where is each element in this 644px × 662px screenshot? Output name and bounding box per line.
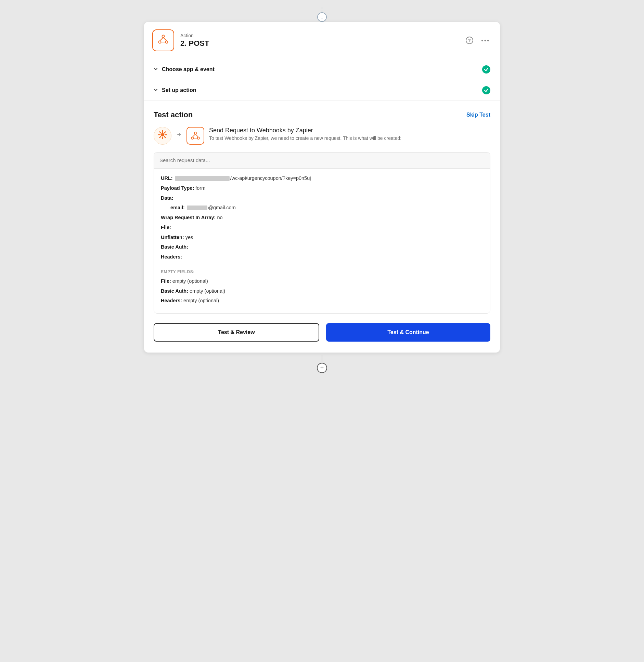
request-data-body: URL: /wc-api/urgencycoupon/?key=p0n5uj P… <box>154 169 490 313</box>
svg-point-22 <box>197 137 199 139</box>
wrap-array-label: Wrap Request In Array: <box>161 215 216 220</box>
setup-action-label: Set up action <box>162 87 478 93</box>
unflatten-label: Unflatten: <box>161 235 184 240</box>
flow-title: Send Request to Webhooks by Zapier <box>209 127 490 134</box>
data-label: Data: <box>161 195 173 201</box>
headers-empty-field: Headers: empty (optional) <box>161 297 483 305</box>
unflatten-value: yes <box>185 235 193 240</box>
flow-subtitle: To test Webhooks by Zapier, we need to c… <box>209 135 490 141</box>
svg-line-16 <box>160 132 161 133</box>
skip-test-link[interactable]: Skip Test <box>466 112 490 118</box>
svg-line-18 <box>164 132 166 133</box>
svg-point-21 <box>191 137 193 139</box>
flow-arrow-icon <box>176 132 182 139</box>
headers-field: Headers: <box>161 253 483 261</box>
data-field: Data: <box>161 195 483 202</box>
search-input[interactable] <box>159 157 485 163</box>
email-value-visible: @gmail.com <box>208 205 236 210</box>
url-field: URL: /wc-api/urgencycoupon/?key=p0n5uj <box>161 175 483 182</box>
app-icon-box <box>152 29 174 51</box>
flow-description: Send Request to Webhooks by Zapier To te… <box>209 127 490 141</box>
basic-auth-label: Basic Auth: <box>161 244 188 250</box>
flow-row: Send Request to Webhooks by Zapier To te… <box>154 127 490 145</box>
basic-auth-empty-field: Basic Auth: empty (optional) <box>161 288 483 295</box>
request-data-card: URL: /wc-api/urgencycoupon/?key=p0n5uj P… <box>154 152 490 314</box>
test-review-button[interactable]: Test & Review <box>154 323 319 342</box>
email-field: email: @gmail.com <box>161 204 483 212</box>
url-label: URL: <box>161 175 173 181</box>
basic-auth-empty-label: Basic Auth: <box>161 288 188 294</box>
file-label: File: <box>161 225 171 230</box>
chevron-choose-app-icon <box>154 67 158 72</box>
choose-app-check-icon <box>482 65 490 74</box>
header-labels: Action 2. POST <box>180 33 458 48</box>
svg-point-11 <box>161 133 164 136</box>
bottom-connector: + <box>317 355 327 373</box>
url-value-blurred <box>175 176 230 181</box>
card-header: Action 2. POST ? <box>144 22 500 59</box>
file-field: File: <box>161 224 483 231</box>
file-empty-value: empty (optional) <box>172 278 208 284</box>
add-step-button[interactable]: + <box>317 363 327 373</box>
svg-point-1 <box>159 41 161 43</box>
svg-line-4 <box>163 37 167 41</box>
chevron-setup-icon <box>154 88 158 93</box>
payload-type-label: Payload Type: <box>161 185 194 191</box>
file-empty-label: File: <box>161 278 171 284</box>
svg-point-10 <box>487 40 489 41</box>
basic-auth-empty-value: empty (optional) <box>190 288 225 294</box>
buttons-row: Test & Review Test & Continue <box>154 323 490 342</box>
wrap-array-field: Wrap Request In Array: no <box>161 214 483 222</box>
choose-app-label: Choose app & event <box>162 66 478 72</box>
bottom-connector-line <box>322 355 322 363</box>
help-button[interactable]: ? <box>464 35 475 45</box>
more-options-button[interactable] <box>480 35 490 45</box>
svg-text:?: ? <box>468 38 471 43</box>
svg-point-8 <box>481 40 483 41</box>
action-label: Action <box>180 33 458 38</box>
file-empty-field: File: empty (optional) <box>161 278 483 285</box>
empty-fields-label: EMPTY FIELDS: <box>161 269 483 274</box>
svg-line-24 <box>195 134 198 137</box>
choose-app-section[interactable]: Choose app & event <box>144 59 500 80</box>
action-icon-box <box>186 127 204 145</box>
dashed-connector-line <box>322 7 322 12</box>
wrap-array-value: no <box>217 215 222 220</box>
svg-line-19 <box>160 136 161 138</box>
svg-line-17 <box>164 136 166 138</box>
test-action-section: Test action Skip Test <box>144 101 500 353</box>
test-action-header: Test action Skip Test <box>154 110 490 119</box>
trigger-icon-box <box>154 127 171 145</box>
test-action-title: Test action <box>154 110 193 119</box>
email-label: email: <box>170 205 185 210</box>
plus-icon: + <box>320 365 324 372</box>
headers-empty-label: Headers: <box>161 298 182 303</box>
empty-fields-divider <box>161 266 483 266</box>
unflatten-field: Unflatten: yes <box>161 234 483 241</box>
zapier-webhook-icon <box>158 34 169 47</box>
payload-type-value: form <box>195 185 205 191</box>
test-continue-button[interactable]: Test & Continue <box>326 323 490 342</box>
setup-action-check-icon <box>482 86 490 94</box>
svg-line-3 <box>160 37 163 41</box>
top-connector: ↓ <box>317 7 327 22</box>
svg-point-0 <box>162 35 165 37</box>
trigger-star-icon <box>158 130 167 141</box>
search-bar[interactable] <box>154 153 490 169</box>
header-actions: ? <box>464 35 490 45</box>
action-card: Action 2. POST ? <box>144 22 500 353</box>
svg-line-23 <box>192 134 195 137</box>
step-title: 2. POST <box>180 39 458 48</box>
payload-type-field: Payload Type: form <box>161 185 483 192</box>
svg-point-2 <box>166 41 168 43</box>
setup-action-section[interactable]: Set up action <box>144 80 500 101</box>
headers-empty-value: empty (optional) <box>183 298 219 303</box>
headers-label: Headers: <box>161 254 182 260</box>
svg-point-20 <box>194 132 196 134</box>
email-indented: email: @gmail.com <box>161 204 483 212</box>
down-arrow-indicator: ↓ <box>317 12 327 22</box>
arrow-down-icon: ↓ <box>321 15 323 20</box>
svg-point-9 <box>485 40 486 41</box>
basic-auth-field: Basic Auth: <box>161 243 483 251</box>
url-value-visible: /wc-api/urgencycoupon/?key=p0n5uj <box>230 175 311 181</box>
